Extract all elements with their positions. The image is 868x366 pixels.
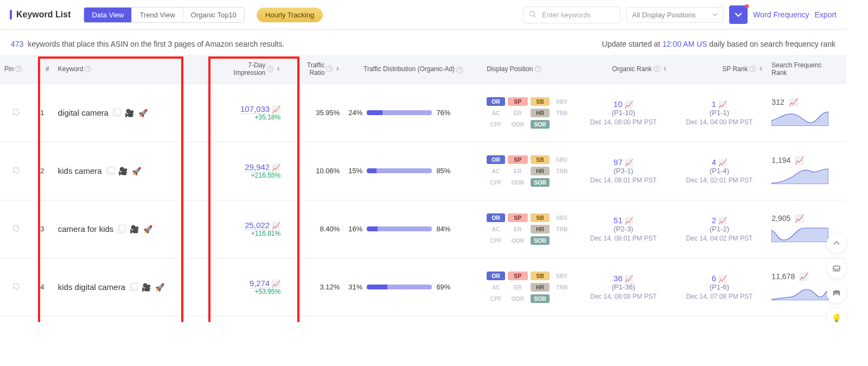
tag-sbv[interactable]: SBV: [552, 155, 571, 164]
chart-icon[interactable]: 📈: [718, 100, 727, 109]
pin-cell[interactable]: [0, 258, 31, 316]
search-freq-value[interactable]: 312: [771, 98, 784, 106]
organic-rank[interactable]: 97: [614, 157, 623, 167]
tag-ac[interactable]: AC: [487, 225, 505, 234]
keyword-text[interactable]: kids digital camera: [58, 282, 125, 292]
tag-er[interactable]: ER: [508, 225, 528, 234]
chart-icon[interactable]: 📈: [272, 163, 280, 172]
camera-icon[interactable]: 🎥: [125, 109, 134, 117]
organic-rank[interactable]: 51: [614, 216, 623, 225]
tag-oor[interactable]: OOR: [508, 236, 528, 245]
expand-button[interactable]: [729, 5, 748, 24]
chart-icon[interactable]: 📈: [624, 159, 633, 167]
chart-icon[interactable]: 📈: [789, 98, 798, 106]
tag-sb[interactable]: SB: [531, 97, 550, 106]
tag-ac[interactable]: AC: [487, 283, 505, 292]
impression-value[interactable]: 25,022: [245, 220, 270, 230]
sort-icon[interactable]: ▲▼: [276, 67, 280, 71]
sort-icon[interactable]: ▲▼: [758, 67, 763, 71]
tag-oor[interactable]: OOR: [508, 120, 528, 129]
chart-icon[interactable]: 📈: [795, 214, 804, 223]
tag-ac[interactable]: AC: [487, 109, 505, 117]
col-impression[interactable]: 7-DayImpression?▲▼: [192, 55, 285, 84]
rocket-icon[interactable]: 🚀: [132, 167, 141, 175]
impression-value[interactable]: 107,033: [240, 104, 270, 114]
sp-rank[interactable]: 6: [712, 274, 716, 283]
chart-icon[interactable]: 📈: [718, 275, 727, 283]
tag-sp[interactable]: SP: [508, 272, 528, 280]
col-organic-rank[interactable]: Organic Rank?▲▼: [576, 55, 672, 84]
tab-data-view[interactable]: Data View: [84, 8, 131, 22]
pin-cell[interactable]: [0, 84, 31, 142]
keyword-text[interactable]: digital camera: [58, 108, 108, 117]
tag-trb[interactable]: TRB: [552, 109, 571, 117]
inbox-icon[interactable]: [827, 258, 846, 278]
tag-sp[interactable]: SP: [508, 213, 528, 222]
pin-cell[interactable]: [0, 200, 31, 258]
chart-icon[interactable]: 📈: [272, 105, 280, 113]
col-pin[interactable]: Pin?: [0, 55, 31, 84]
display-position-select[interactable]: All Display Positions: [626, 7, 724, 23]
tag-sbv[interactable]: SBV: [552, 272, 571, 280]
word-frequency-link[interactable]: Word Frequency: [753, 10, 809, 19]
tag-cpf[interactable]: CPF: [487, 178, 505, 187]
tag-or[interactable]: OR: [487, 155, 505, 164]
discord-icon[interactable]: [827, 283, 846, 303]
sort-icon[interactable]: ▲▼: [335, 67, 340, 71]
tag-sor[interactable]: SOR: [531, 236, 550, 245]
rocket-icon[interactable]: 🚀: [155, 283, 164, 292]
tag-sb[interactable]: SB: [531, 213, 550, 222]
export-link[interactable]: Export: [815, 10, 837, 19]
tag-er[interactable]: ER: [508, 109, 528, 117]
hourly-tracking-pill[interactable]: Hourly Tracking: [257, 8, 323, 22]
search-input-wrap[interactable]: [523, 7, 621, 23]
tag-trb[interactable]: TRB: [552, 283, 571, 292]
tab-trend-view[interactable]: Trend View: [131, 8, 182, 22]
keyword-text[interactable]: kids camera: [58, 166, 102, 175]
tag-sor[interactable]: SOR: [531, 294, 550, 303]
chart-icon[interactable]: 📈: [799, 272, 808, 281]
organic-rank[interactable]: 10: [614, 99, 623, 109]
tag-er[interactable]: ER: [508, 283, 528, 292]
tag-sp[interactable]: SP: [508, 97, 528, 106]
sort-icon[interactable]: ▲▼: [663, 67, 667, 71]
tag-sor[interactable]: SOR: [531, 178, 550, 187]
tag-er[interactable]: ER: [508, 167, 528, 175]
search-freq-value[interactable]: 2,905: [771, 214, 790, 223]
impression-value[interactable]: 29,942: [245, 162, 270, 172]
copy-icon[interactable]: [130, 283, 137, 291]
tag-trb[interactable]: TRB: [552, 225, 571, 234]
camera-icon[interactable]: 🎥: [130, 225, 139, 234]
sp-rank[interactable]: 4: [712, 157, 716, 167]
impression-value[interactable]: 9,274: [250, 279, 270, 288]
tag-oor[interactable]: OOR: [508, 294, 528, 303]
organic-rank[interactable]: 36: [614, 274, 623, 283]
camera-icon[interactable]: 🎥: [118, 167, 127, 175]
tag-trb[interactable]: TRB: [552, 167, 571, 175]
chart-icon[interactable]: 📈: [718, 217, 727, 225]
tag-sb[interactable]: SB: [531, 155, 550, 164]
tag-sp[interactable]: SP: [508, 155, 528, 164]
chart-icon[interactable]: 📈: [624, 217, 633, 225]
chart-icon[interactable]: 📈: [624, 100, 633, 109]
search-freq-value[interactable]: 1,194: [771, 156, 790, 165]
chart-icon[interactable]: 📈: [272, 222, 280, 230]
tag-oor[interactable]: OOR: [508, 178, 528, 187]
tag-ac[interactable]: AC: [487, 167, 505, 175]
scroll-top-button[interactable]: [827, 234, 846, 253]
sp-rank[interactable]: 2: [712, 216, 716, 225]
camera-icon[interactable]: 🎥: [142, 283, 151, 292]
tag-or[interactable]: OR: [487, 272, 505, 280]
col-keyword[interactable]: Keyword?: [54, 55, 192, 84]
chart-icon[interactable]: 📈: [795, 156, 804, 165]
keyword-text[interactable]: camera for kids: [58, 224, 114, 234]
tag-sb[interactable]: SB: [531, 272, 550, 280]
search-input[interactable]: [541, 10, 615, 20]
tag-sor[interactable]: SOR: [531, 120, 550, 129]
idea-icon[interactable]: 💡: [827, 308, 846, 322]
tag-cpf[interactable]: CPF: [487, 120, 505, 129]
rocket-icon[interactable]: 🚀: [138, 109, 148, 117]
search-freq-value[interactable]: 11,678: [771, 272, 795, 281]
rocket-icon[interactable]: 🚀: [143, 225, 152, 234]
tag-or[interactable]: OR: [487, 97, 505, 106]
